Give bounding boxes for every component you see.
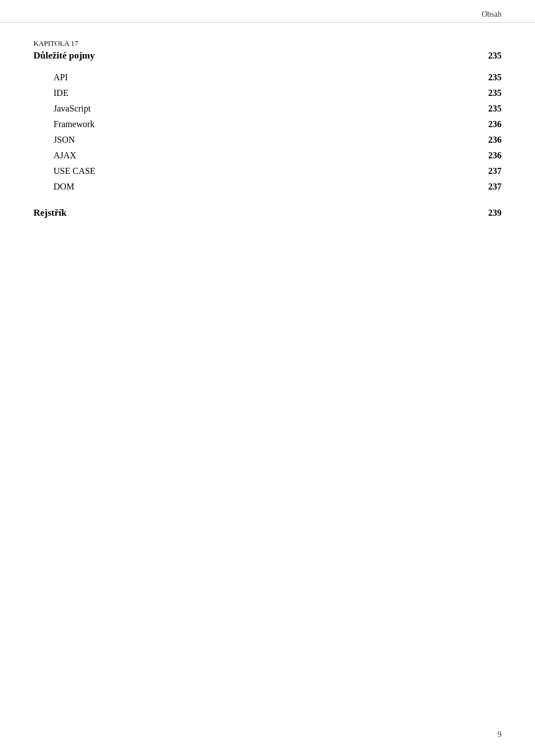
toc-item-page-javascript: 235 [488, 104, 502, 114]
section-title-page: 235 [488, 51, 502, 61]
toc-item-label-ide: IDE [54, 88, 69, 98]
toc-item-ajax: AJAX 236 [33, 151, 502, 161]
toc-item-label-usecase: USE CASE [54, 166, 95, 176]
toc-item-ide: IDE 235 [33, 88, 502, 98]
toc-content: KAPITOLA 17 Důležité pojmy 235 API 235 I… [33, 39, 502, 224]
toc-item-javascript: JavaScript 235 [33, 104, 502, 114]
toc-item-usecase: USE CASE 237 [33, 166, 502, 176]
toc-section-title-row: Důležité pojmy 235 [33, 50, 502, 61]
toc-item-api: API 235 [33, 72, 502, 83]
toc-item-label-dom: DOM [54, 182, 74, 192]
toc-item-dom: DOM 237 [33, 182, 502, 192]
rejstrik-label: Rejstřík [33, 207, 66, 219]
rejstrik-row: Rejstřík 239 [33, 207, 502, 219]
page-header-title: Obsah [481, 10, 502, 19]
toc-item-page-dom: 237 [488, 182, 502, 192]
toc-item-label-javascript: JavaScript [54, 104, 91, 114]
toc-item-label-framework: Framework [54, 119, 95, 129]
toc-item-framework: Framework 236 [33, 119, 502, 129]
toc-item-label-ajax: AJAX [54, 151, 76, 161]
toc-item-page-usecase: 237 [488, 166, 502, 176]
header-rule [0, 22, 535, 23]
rejstrik-page: 239 [488, 208, 502, 218]
toc-item-page-json: 236 [488, 135, 502, 145]
toc-item-page-framework: 236 [488, 119, 502, 129]
toc-item-page-ide: 235 [488, 88, 502, 98]
chapter-label: KAPITOLA 17 [33, 39, 502, 48]
page-number: 9 [498, 730, 502, 739]
toc-item-json: JSON 236 [33, 135, 502, 145]
toc-items-list: API 235 IDE 235 JavaScript 235 Framework… [33, 72, 502, 192]
toc-item-page-ajax: 236 [488, 151, 502, 161]
section-title-label: Důležité pojmy [33, 50, 95, 61]
toc-item-label-json: JSON [54, 135, 75, 145]
toc-item-label-api: API [54, 72, 68, 83]
toc-item-page-api: 235 [488, 72, 502, 83]
